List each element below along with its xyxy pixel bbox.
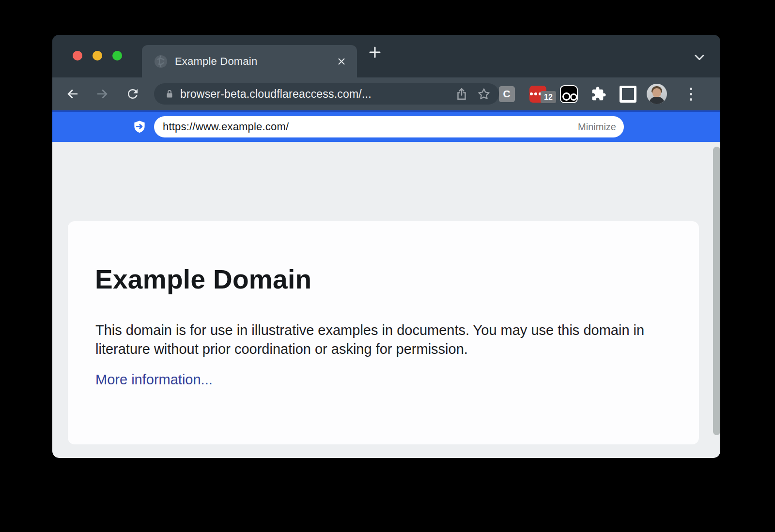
isolation-url-pill: Minimize (154, 116, 624, 137)
scrollbar-thumb[interactable] (713, 147, 720, 435)
navigation-toolbar: browser-beta.cloudflareaccess.com/... C (52, 77, 720, 110)
new-tab-button[interactable] (366, 44, 384, 61)
address-bar[interactable]: browser-beta.cloudflareaccess.com/... (154, 83, 499, 105)
isolation-url-bar: Minimize (52, 110, 720, 142)
more-information-link[interactable]: More information... (95, 372, 213, 388)
plus-icon (368, 45, 382, 60)
browser-menu-button[interactable] (680, 83, 701, 105)
globe-icon (155, 55, 167, 68)
window-zoom-button[interactable] (112, 51, 122, 61)
shield-arrow-icon (132, 120, 147, 134)
share-icon[interactable] (454, 87, 469, 101)
side-panel-icon (620, 86, 636, 103)
page-viewport: Example Domain This domain is for use in… (52, 142, 720, 458)
browser-tab[interactable]: Example Domain (142, 45, 357, 77)
extensions-menu-button[interactable] (588, 83, 609, 105)
address-bar-url[interactable]: browser-beta.cloudflareaccess.com/... (180, 88, 454, 101)
recorder-icon (560, 85, 578, 103)
back-arrow-icon (65, 87, 80, 101)
lastpass-badge: 12 (541, 91, 556, 103)
tab-strip: Example Domain (52, 35, 720, 77)
window-minimize-button[interactable] (93, 51, 102, 61)
lock-icon (164, 88, 175, 100)
page-title: Example Domain (95, 264, 311, 295)
browser-window: Example Domain (52, 35, 720, 458)
tab-close-icon[interactable] (336, 56, 347, 67)
side-panel-button[interactable] (617, 83, 638, 105)
reload-button[interactable] (123, 84, 143, 104)
page-paragraph: This domain is for use in illustrative e… (95, 321, 657, 359)
isolation-url-input[interactable] (162, 120, 578, 134)
bookmark-star-icon[interactable] (477, 87, 491, 101)
content-card: Example Domain This domain is for use in… (68, 221, 699, 444)
puzzle-icon (591, 86, 606, 102)
forward-button[interactable] (92, 84, 112, 104)
c-extension-icon: C (499, 86, 515, 102)
kebab-menu-icon (690, 88, 692, 101)
chevron-down-icon[interactable] (692, 49, 707, 65)
extension-recorder-button[interactable] (558, 83, 579, 105)
back-button[interactable] (62, 84, 83, 104)
profile-button[interactable] (646, 83, 667, 105)
forward-arrow-icon (95, 87, 109, 101)
extension-c-button[interactable]: C (496, 83, 517, 105)
tab-title: Example Domain (175, 55, 336, 68)
profile-avatar (647, 84, 667, 104)
minimize-bar-button[interactable]: Minimize (578, 122, 616, 133)
reload-icon (125, 87, 140, 101)
window-close-button[interactable] (73, 51, 82, 61)
